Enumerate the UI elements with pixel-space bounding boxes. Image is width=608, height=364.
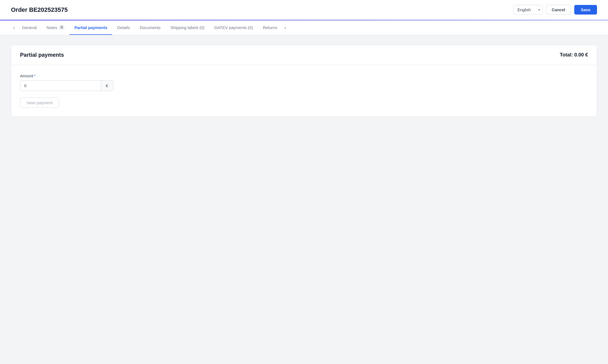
- required-star: *: [34, 74, 35, 78]
- language-select[interactable]: English German French: [513, 5, 543, 15]
- tab-datev-payments[interactable]: DATEV payments (0): [209, 21, 258, 35]
- currency-symbol: €: [101, 81, 113, 91]
- header-actions: English German French ▾ Cancel Save: [513, 5, 597, 15]
- tab-next-button[interactable]: ›: [282, 21, 288, 35]
- tab-details-label: Details: [117, 25, 130, 30]
- card-total: Total: 0.00 €: [560, 52, 588, 58]
- save-button[interactable]: Save: [574, 5, 597, 15]
- tab-partial-payments[interactable]: Partial payments: [69, 21, 112, 35]
- tab-notes-label: Notes: [46, 25, 57, 30]
- tab-general[interactable]: General: [17, 21, 41, 35]
- amount-input-wrapper: €: [20, 80, 113, 91]
- amount-label-text: Amount: [20, 74, 33, 78]
- main-content: Partial payments Total: 0.00 € Amount * …: [0, 35, 608, 127]
- card-body: Amount * € Save payment: [11, 65, 597, 116]
- tab-shipping-labels-label: Shipping labels (0): [170, 25, 204, 30]
- tab-returns[interactable]: Returns: [258, 21, 282, 35]
- tab-details[interactable]: Details: [112, 21, 135, 35]
- tab-notes[interactable]: Notes 0: [41, 21, 69, 35]
- chevron-left-icon: ‹: [13, 25, 15, 31]
- tab-documents-label: Documents: [140, 25, 161, 30]
- tab-partial-payments-label: Partial payments: [74, 25, 107, 30]
- amount-label: Amount *: [20, 74, 588, 78]
- tab-documents[interactable]: Documents: [135, 21, 165, 35]
- amount-form-group: Amount * €: [20, 74, 588, 91]
- tabs-list: ‹ General Notes 0 Partial payments Detai…: [11, 21, 597, 35]
- amount-input[interactable]: [20, 81, 101, 91]
- card-title: Partial payments: [20, 52, 64, 58]
- tab-notes-badge: 0: [59, 25, 65, 30]
- tab-datev-payments-label: DATEV payments (0): [214, 25, 253, 30]
- tab-returns-label: Returns: [263, 25, 277, 30]
- tab-prev-button[interactable]: ‹: [11, 21, 17, 35]
- cancel-button[interactable]: Cancel: [546, 5, 571, 15]
- tab-shipping-labels[interactable]: Shipping labels (0): [165, 21, 209, 35]
- save-payment-button[interactable]: Save payment: [20, 98, 59, 108]
- language-selector-wrapper: English German French ▾: [513, 5, 543, 15]
- card-header: Partial payments Total: 0.00 €: [11, 45, 597, 65]
- header: Order BE202523575 English German French …: [0, 0, 608, 20]
- partial-payments-card: Partial payments Total: 0.00 € Amount * …: [11, 45, 597, 117]
- page-title: Order BE202523575: [11, 6, 68, 13]
- tabs-section: ‹ General Notes 0 Partial payments Detai…: [0, 21, 608, 35]
- tab-general-label: General: [22, 25, 36, 30]
- chevron-right-icon: ›: [284, 25, 286, 31]
